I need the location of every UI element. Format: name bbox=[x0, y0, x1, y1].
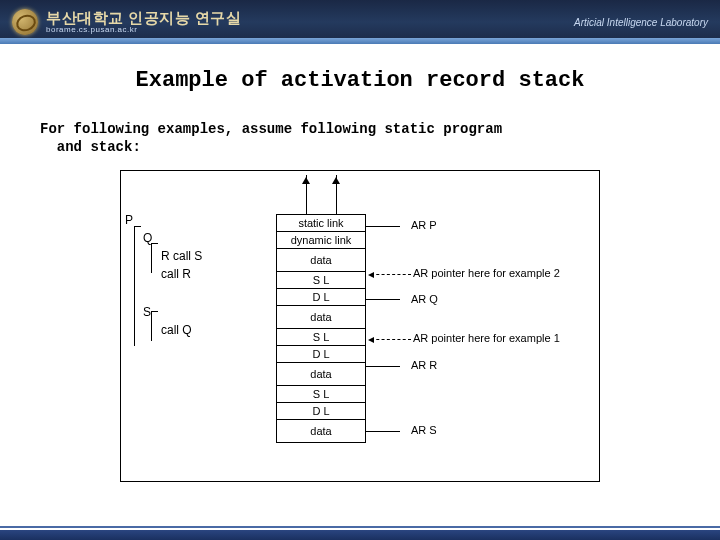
cell-sl-q: S L bbox=[276, 271, 366, 289]
cell-sl-r: S L bbox=[276, 328, 366, 346]
cell-data-p: data bbox=[276, 248, 366, 272]
proc-p: P bbox=[125, 213, 133, 227]
label-ar-q: AR Q bbox=[411, 293, 438, 305]
cell-dl-s: D L bbox=[276, 402, 366, 420]
arrowhead-2 bbox=[332, 173, 340, 184]
conn-ar-r bbox=[366, 366, 400, 367]
label-ar-s: AR S bbox=[411, 424, 437, 436]
label-ar-r: AR R bbox=[411, 359, 437, 371]
footer-thin-line bbox=[0, 526, 720, 528]
logo-globe-icon bbox=[12, 9, 38, 35]
diagram: P Q R call S call R S call Q static link… bbox=[120, 170, 600, 482]
bracket-s-top bbox=[151, 311, 158, 312]
cell-data-s: data bbox=[276, 419, 366, 443]
dash-ptr-1 bbox=[371, 339, 411, 340]
dash-ptr-2 bbox=[371, 274, 411, 275]
bracket-q-top bbox=[151, 243, 158, 244]
footer bbox=[0, 526, 720, 540]
program-structure: P Q R call S call R S call Q bbox=[125, 213, 202, 337]
slide-content: Example of activation record stack For f… bbox=[0, 44, 720, 492]
cell-dl-r: D L bbox=[276, 345, 366, 363]
label-ptr-1: AR pointer here for example 1 bbox=[413, 332, 560, 344]
org-url: borame.cs.pusan.ac.kr bbox=[46, 26, 241, 34]
activation-stack: static link dynamic link data S L D L da… bbox=[276, 215, 366, 443]
call-q: call Q bbox=[161, 323, 192, 337]
cell-dl-q: D L bbox=[276, 288, 366, 306]
lab-name-en: Articial Intelligence Laboratory bbox=[574, 17, 708, 28]
cell-static-link: static link bbox=[276, 214, 366, 232]
arrowhead-1 bbox=[302, 173, 310, 184]
cell-dynamic-link: dynamic link bbox=[276, 231, 366, 249]
cell-data-q: data bbox=[276, 305, 366, 329]
footer-thick-bar bbox=[0, 530, 720, 540]
conn-ar-s bbox=[366, 431, 400, 432]
subtitle-line2: and stack: bbox=[57, 139, 141, 155]
slide-title: Example of activation record stack bbox=[40, 68, 680, 93]
proc-s: S bbox=[143, 305, 151, 319]
proc-r-call-s: R call S bbox=[161, 249, 202, 263]
conn-ar-p bbox=[366, 226, 400, 227]
cell-data-r: data bbox=[276, 362, 366, 386]
bracket-s bbox=[151, 311, 152, 341]
conn-ar-q bbox=[366, 299, 400, 300]
subtitle-line1: For following examples, assume following… bbox=[40, 121, 502, 137]
label-ar-p: AR P bbox=[411, 219, 437, 231]
bracket-p bbox=[134, 226, 135, 346]
bracket-q bbox=[151, 243, 152, 273]
bracket-p-top bbox=[134, 226, 141, 227]
call-r: call R bbox=[161, 267, 191, 281]
cell-sl-s: S L bbox=[276, 385, 366, 403]
logo: 부산대학교 인공지능 연구실 borame.cs.pusan.ac.kr bbox=[12, 9, 241, 35]
slide-subtitle: For following examples, assume following… bbox=[40, 121, 680, 156]
org-name-kr: 부산대학교 인공지능 연구실 bbox=[46, 10, 241, 26]
header-bar: 부산대학교 인공지능 연구실 borame.cs.pusan.ac.kr Art… bbox=[0, 0, 720, 44]
label-ptr-2: AR pointer here for example 2 bbox=[413, 267, 560, 279]
